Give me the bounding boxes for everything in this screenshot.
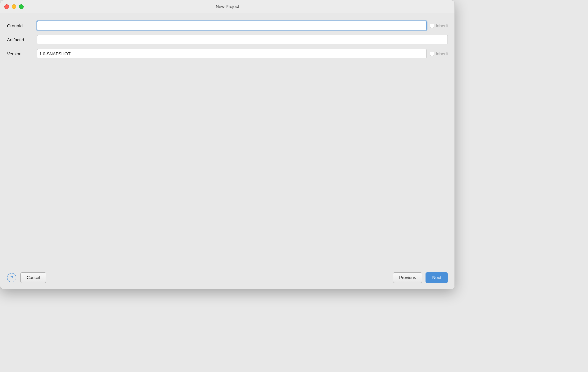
window-title: New Project	[216, 4, 239, 9]
footer-left: ? Cancel	[7, 272, 46, 283]
minimize-button[interactable]	[12, 4, 16, 9]
group-id-row: GroupId Inherit	[7, 21, 448, 30]
version-label: Version	[7, 51, 37, 56]
help-button[interactable]: ?	[7, 273, 16, 282]
artifact-id-label: ArtifactId	[7, 37, 37, 42]
maximize-button[interactable]	[19, 4, 24, 9]
cancel-button[interactable]: Cancel	[20, 272, 46, 283]
footer: ? Cancel Previous Next	[0, 266, 454, 289]
close-button[interactable]	[4, 4, 9, 9]
version-row: Version Inherit	[7, 49, 448, 58]
group-id-label: GroupId	[7, 23, 37, 28]
group-id-input[interactable]	[37, 21, 427, 30]
footer-right: Previous Next	[393, 272, 448, 283]
previous-button[interactable]: Previous	[393, 272, 423, 283]
main-content: GroupId Inherit ArtifactId Version Inher…	[0, 13, 454, 266]
title-bar: New Project	[0, 0, 454, 13]
traffic-lights	[4, 4, 24, 9]
next-button[interactable]: Next	[426, 272, 448, 283]
version-inherit-area: Inherit	[430, 51, 448, 56]
artifact-id-input[interactable]	[37, 35, 448, 44]
group-id-inherit-checkbox[interactable]	[430, 24, 434, 28]
version-inherit-label: Inherit	[436, 51, 448, 56]
group-id-inherit-area: Inherit	[430, 23, 448, 28]
version-inherit-checkbox[interactable]	[430, 52, 434, 56]
group-id-inherit-label: Inherit	[436, 23, 448, 28]
version-input[interactable]	[37, 49, 427, 58]
artifact-id-row: ArtifactId	[7, 35, 448, 44]
